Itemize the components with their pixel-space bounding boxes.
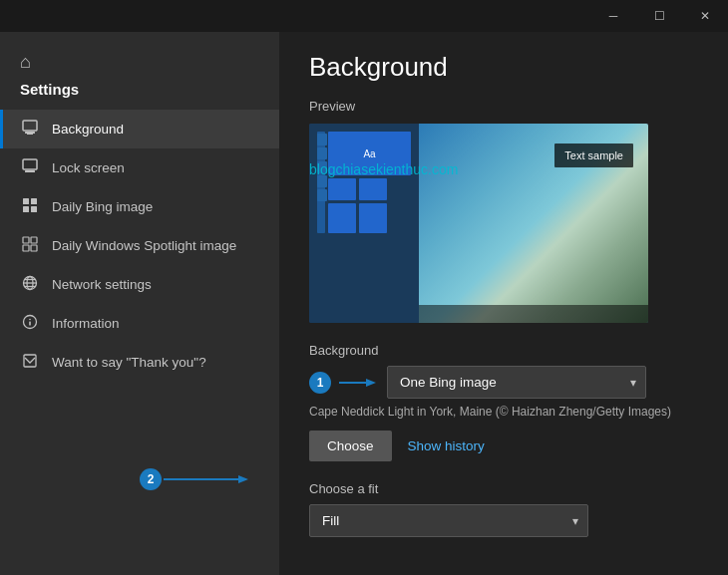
- preview-container: Aa Text sample: [309, 124, 648, 323]
- background-icon: [20, 120, 40, 139]
- lockscreen-icon: [20, 158, 40, 177]
- preview-taskbar: [419, 305, 648, 323]
- annotation-circle-2: 2: [140, 468, 162, 490]
- sidebar-title: Settings: [0, 77, 279, 110]
- svg-rect-4: [25, 170, 35, 172]
- svg-marker-22: [238, 475, 248, 483]
- sidebar-item-lockscreen-label: Lock screen: [52, 160, 125, 175]
- preview-desktop: Text sample: [419, 124, 648, 323]
- sidebar-item-network[interactable]: Network settings: [0, 265, 279, 304]
- sidebar-item-lockscreen[interactable]: Lock screen: [0, 148, 279, 187]
- daily-spotlight-icon: [20, 236, 40, 255]
- thankyou-icon: [20, 353, 40, 372]
- svg-rect-0: [23, 121, 37, 131]
- sidebar-item-thankyou[interactable]: Want to say "Thank you"?: [0, 343, 279, 382]
- background-dropdown-wrapper: One Bing image Windows spotlight Solid c…: [387, 366, 646, 399]
- sidebar-item-network-label: Network settings: [52, 277, 152, 292]
- annotation-circle-1: 1: [309, 372, 331, 394]
- fit-dropdown-wrapper: Fill Fit Stretch Tile Center Span ▾: [309, 504, 588, 537]
- svg-rect-7: [23, 206, 29, 212]
- sidebar-item-information[interactable]: Information: [0, 304, 279, 343]
- sidebar-item-information-label: Information: [52, 316, 120, 331]
- sidebar: ⌂ Settings Background Lock screen: [0, 32, 279, 575]
- sidebar-item-daily-bing-label: Daily Bing image: [52, 199, 153, 214]
- sidebar-item-daily-bing[interactable]: Daily Bing image: [0, 187, 279, 226]
- fit-label: Choose a fit: [309, 481, 698, 496]
- svg-rect-6: [31, 198, 37, 204]
- title-bar: ─ ☐ ✕: [0, 0, 728, 32]
- choose-button[interactable]: Choose: [309, 431, 392, 461]
- svg-rect-20: [29, 322, 31, 326]
- fit-section: Choose a fit Fill Fit Stretch Tile Cente…: [309, 481, 698, 537]
- svg-rect-9: [23, 237, 29, 243]
- sidebar-item-background-label: Background: [52, 122, 124, 137]
- home-icon: ⌂: [20, 52, 31, 73]
- daily-bing-icon: [20, 197, 40, 216]
- page-title: Background: [309, 52, 698, 83]
- svg-rect-5: [23, 198, 29, 204]
- information-icon: [20, 314, 40, 333]
- fit-dropdown[interactable]: Fill Fit Stretch Tile Center Span: [309, 504, 588, 537]
- sidebar-item-daily-spotlight[interactable]: Daily Windows Spotlight image: [0, 226, 279, 265]
- sidebar-item-thankyou-label: Want to say "Thank you"?: [52, 355, 206, 370]
- preview-text-box: Text sample: [554, 144, 633, 167]
- main-panel: blogchiasekienthuc.com Background Previe…: [279, 32, 728, 575]
- app-body: ⌂ Settings Background Lock screen: [0, 32, 728, 575]
- sidebar-item-background[interactable]: Background: [0, 110, 279, 148]
- network-icon: [20, 275, 40, 294]
- svg-rect-10: [31, 237, 37, 243]
- maximize-button[interactable]: ☐: [636, 0, 682, 32]
- svg-rect-3: [23, 159, 37, 169]
- caption-text: Cape Neddick Light in York, Maine (© Hai…: [309, 405, 698, 419]
- svg-point-19: [29, 319, 31, 321]
- svg-rect-1: [25, 132, 35, 134]
- sidebar-item-daily-spotlight-label: Daily Windows Spotlight image: [52, 238, 236, 253]
- svg-rect-11: [23, 245, 29, 251]
- buttons-row: Choose Show history: [309, 431, 698, 461]
- background-section: Background 1 One Bing image Windows spot…: [309, 343, 698, 461]
- svg-rect-8: [31, 206, 37, 212]
- close-button[interactable]: ✕: [682, 0, 728, 32]
- svg-marker-24: [366, 379, 376, 387]
- title-bar-controls: ─ ☐ ✕: [590, 0, 728, 32]
- svg-rect-12: [31, 245, 37, 251]
- show-history-link[interactable]: Show history: [408, 438, 485, 453]
- background-dropdown-label: Background: [309, 343, 698, 358]
- minimize-button[interactable]: ─: [590, 0, 636, 32]
- svg-rect-2: [27, 134, 33, 135]
- background-dropdown[interactable]: One Bing image Windows spotlight Solid c…: [387, 366, 646, 399]
- preview-tiles: Aa: [309, 124, 419, 323]
- sidebar-home[interactable]: ⌂: [0, 40, 279, 77]
- preview-label: Preview: [309, 99, 698, 114]
